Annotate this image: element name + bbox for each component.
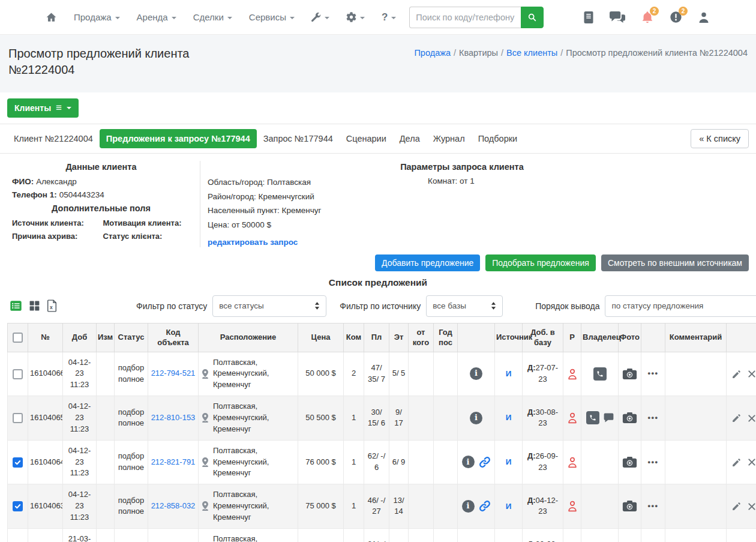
- excel-export-icon[interactable]: x: [47, 300, 57, 312]
- tab-offers-to-request[interactable]: Предложения к запросу №177944: [100, 129, 257, 148]
- more-actions-icon[interactable]: •••: [647, 501, 658, 510]
- offer-code-link[interactable]: 212-794-521: [151, 369, 196, 378]
- alerts-icon[interactable]: 2: [670, 11, 682, 23]
- offer-price: 50 500 $: [298, 396, 344, 441]
- more-actions-icon[interactable]: •••: [647, 457, 658, 466]
- tools-menu[interactable]: [311, 13, 329, 22]
- phone-icon[interactable]: [593, 367, 607, 381]
- offer-source[interactable]: И: [506, 413, 512, 422]
- offer-source[interactable]: И: [506, 369, 512, 378]
- nav-menu-services[interactable]: Сервисы: [249, 12, 295, 22]
- row-checkbox[interactable]: [13, 501, 23, 511]
- nav-menu-rent[interactable]: Аренда: [137, 12, 176, 22]
- offer-floor: 9/ 17: [389, 396, 409, 441]
- wrench-icon: [311, 13, 321, 22]
- map-pin-icon[interactable]: [200, 369, 210, 379]
- offer-code-link[interactable]: 212-810-153: [151, 413, 196, 422]
- filter-source-select[interactable]: все базы: [426, 295, 503, 317]
- phone-icon[interactable]: [586, 411, 599, 424]
- info-icon[interactable]: i: [470, 412, 482, 424]
- delete-icon[interactable]: [748, 370, 756, 378]
- delete-icon[interactable]: [748, 414, 756, 423]
- realtor-icon[interactable]: [566, 456, 578, 469]
- knowledge-base-icon[interactable]: [584, 11, 593, 23]
- tab-request[interactable]: Запрос №177944: [257, 129, 340, 148]
- edit-icon[interactable]: [731, 413, 742, 423]
- offer-from-whom: [409, 396, 434, 441]
- offer-source[interactable]: И: [506, 457, 512, 466]
- breadcrumb-link-sale[interactable]: Продажа: [414, 48, 451, 58]
- realtor-icon[interactable]: [566, 367, 578, 381]
- realtor-icon[interactable]: [566, 499, 578, 513]
- notifications-icon[interactable]: 2: [641, 11, 653, 23]
- offer-modified-date: [97, 440, 115, 484]
- page-header: Просмотр предложений клиента №21224004 П…: [0, 35, 756, 92]
- offer-added-date: 04-12-23 11:23: [63, 484, 97, 529]
- row-checkbox[interactable]: [13, 413, 23, 423]
- realtor-icon[interactable]: [566, 411, 578, 424]
- photo-icon[interactable]: [622, 500, 637, 512]
- map-pin-icon[interactable]: [200, 457, 210, 468]
- photo-icon[interactable]: [622, 368, 637, 380]
- row-checkbox[interactable]: [13, 369, 23, 379]
- photo-icon[interactable]: [622, 412, 637, 424]
- info-icon[interactable]: i: [462, 500, 475, 513]
- more-actions-icon[interactable]: •••: [647, 413, 658, 422]
- back-to-list-button[interactable]: « К списку: [691, 129, 749, 148]
- offer-added-to-base: Д:27-07-23: [523, 352, 563, 396]
- grid-view-icon[interactable]: [29, 300, 40, 312]
- nav-menu-deals[interactable]: Сделки: [193, 12, 232, 22]
- offer-code-link[interactable]: 212-858-032: [151, 501, 196, 510]
- link-icon[interactable]: [479, 456, 491, 468]
- tab-tasks[interactable]: Дела: [393, 129, 427, 148]
- info-icon[interactable]: i: [462, 456, 475, 468]
- offer-year-built: [434, 440, 458, 484]
- link-icon[interactable]: [479, 500, 491, 512]
- nav-menu-sale[interactable]: Продажа: [74, 12, 120, 22]
- select-all-checkbox[interactable]: [13, 333, 23, 343]
- search-input[interactable]: [409, 7, 521, 28]
- messages-icon[interactable]: [610, 11, 625, 23]
- tab-scenarios[interactable]: Сценарии: [340, 129, 393, 148]
- home-icon[interactable]: [46, 11, 57, 23]
- order-by-select[interactable]: по статусу предложения: [605, 295, 756, 317]
- help-menu[interactable]: ?: [382, 11, 396, 23]
- settings-menu[interactable]: [346, 12, 365, 22]
- offer-id: 16104066: [28, 352, 63, 396]
- more-actions-icon[interactable]: •••: [647, 369, 658, 378]
- photo-icon[interactable]: [622, 456, 637, 468]
- search-button[interactable]: [521, 7, 544, 28]
- profile-icon[interactable]: [698, 11, 709, 23]
- list-view-icon[interactable]: [10, 300, 22, 312]
- map-pin-icon[interactable]: [200, 501, 210, 511]
- comment-icon[interactable]: [603, 412, 614, 423]
- edit-icon[interactable]: [731, 457, 742, 468]
- tab-client[interactable]: Клиент №21224004: [7, 129, 100, 148]
- offer-area: 46/ -/ 27: [364, 484, 389, 529]
- tab-selections[interactable]: Подборки: [472, 129, 524, 148]
- offer-added-to-base: Д:30-08-23: [523, 396, 563, 441]
- edit-icon[interactable]: [731, 501, 742, 511]
- clients-menu-button[interactable]: Клиенты ≡: [7, 98, 79, 118]
- delete-icon[interactable]: [748, 458, 756, 466]
- row-checkbox[interactable]: [13, 457, 23, 468]
- filter-status-select[interactable]: все статусы: [212, 295, 326, 317]
- external-sources-button[interactable]: Смотреть по внешним источникам: [601, 254, 749, 271]
- client-fio: ФИО:Александр: [12, 177, 194, 186]
- add-offer-button[interactable]: Добавить предложение: [375, 254, 480, 271]
- edit-icon[interactable]: [731, 369, 742, 379]
- chevron-down-icon: [67, 107, 71, 109]
- offer-source[interactable]: И: [506, 502, 512, 511]
- offer-year-built: [434, 396, 458, 441]
- breadcrumb-link-all-clients[interactable]: Все клиенты: [506, 48, 557, 58]
- map-pin-icon[interactable]: [200, 412, 210, 423]
- offer-added-date: 21-03-24 22:46: [63, 528, 97, 542]
- table-row: 1610406404-12-23 11:23подбор полное212-8…: [8, 440, 756, 484]
- delete-icon[interactable]: [748, 502, 756, 511]
- edit-request-link[interactable]: редактировать запрос: [208, 238, 298, 247]
- offer-code-link[interactable]: 212-821-791: [151, 457, 196, 466]
- info-icon[interactable]: i: [470, 367, 482, 380]
- notification-badge: 2: [650, 7, 659, 16]
- tab-journal[interactable]: Журнал: [427, 129, 472, 148]
- pick-offers-button[interactable]: Подобрать предложения: [485, 254, 596, 271]
